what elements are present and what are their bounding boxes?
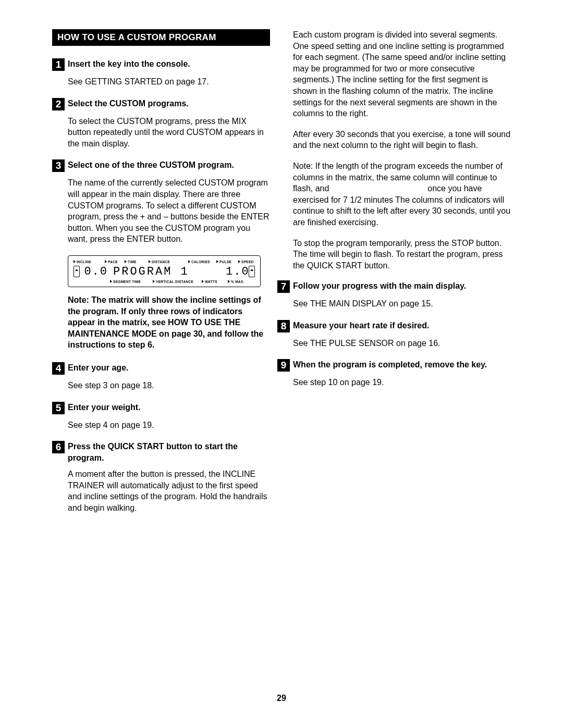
step-5-header: 5 Enter your weight. [52, 402, 270, 414]
step-6-continuation: Each custom program is divided into seve… [293, 29, 511, 271]
label-calories: CALORIES [188, 260, 216, 264]
step-number: 1 [52, 58, 65, 71]
label-segment-time: SEGMENT TIME [110, 280, 153, 283]
paragraph: To stop the program temporarily, press t… [293, 238, 511, 272]
right-column: Each custom program is divided into seve… [293, 29, 511, 524]
label-vertical-distance: VERTICAL DISTANCE [153, 280, 202, 283]
manual-page: HOW TO USE A CUSTOM PROGRAM 1 Insert the… [0, 0, 563, 728]
step-9-header: 9 When the program is completed, remove … [277, 359, 511, 372]
step-number: 5 [52, 402, 65, 414]
step-number: 7 [277, 280, 290, 293]
step-number: 2 [52, 98, 65, 110]
console-display-diagram: INCLINE PACE TIME DISTANCE CALORIES PULS… [68, 255, 261, 287]
label-speed: SPEED [238, 260, 254, 264]
step-number: 9 [277, 359, 290, 372]
step-1-header: 1 Insert the key into the console. [52, 58, 270, 71]
label-time: TIME [125, 260, 149, 264]
step-2-header: 2 Select the CUSTOM programs. [52, 98, 270, 110]
step-7-body: See THE MAIN DISPLAY on page 15. [293, 298, 511, 310]
step-number: 6 [52, 441, 65, 453]
speed-up-icon [249, 266, 255, 277]
step-4-body: See step 3 on page 18. [68, 380, 270, 391]
step-text: To select the CUSTOM programs, press the… [68, 116, 270, 150]
step-text: See GETTING STARTED on page 17. [68, 76, 270, 88]
step-text: See THE PULSE SENSOR on page 16. [293, 338, 511, 349]
paragraph: Note: If the length of the program excee… [293, 161, 511, 228]
lcd-main-text: PROGRAM 1 [110, 265, 224, 278]
step-3-body: The name of the currently selected CUSTO… [68, 177, 270, 245]
display-lcd-row: 0.0 PROGRAM 1 1.0 [74, 265, 255, 278]
left-column: HOW TO USE A CUSTOM PROGRAM 1 Insert the… [52, 29, 270, 524]
step-8-header: 8 Measure your heart rate if desired. [277, 320, 511, 332]
step-title: Follow your progress with the main displ… [293, 280, 466, 292]
step-2-body: To select the CUSTOM programs, press the… [68, 116, 270, 150]
two-column-layout: HOW TO USE A CUSTOM PROGRAM 1 Insert the… [52, 29, 511, 524]
label-incline: INCLINE [74, 260, 105, 264]
step-number: 8 [277, 320, 290, 332]
label-pace: PACE [105, 260, 125, 264]
step-title: Press the QUICK START button to start th… [68, 441, 270, 463]
display-top-labels: INCLINE PACE TIME DISTANCE CALORIES PULS… [74, 260, 255, 264]
section-header: HOW TO USE A CUSTOM PROGRAM [52, 29, 270, 46]
step-title: Insert the key into the console. [68, 58, 190, 70]
label-distance: DISTANCE [149, 260, 188, 264]
lcd-incline-value: 0.0 [80, 265, 110, 278]
incline-up-icon [74, 266, 80, 277]
step-title: When the program is completed, remove th… [293, 359, 487, 371]
step-6-body: A moment after the button is pressed, th… [68, 468, 270, 513]
matrix-note: Note: The matrix will show the incline s… [68, 294, 270, 351]
step-title: Enter your age. [68, 362, 128, 374]
lcd-speed-value: 1.0 [224, 265, 249, 278]
step-text: See step 4 on page 19. [68, 419, 270, 431]
step-7-header: 7 Follow your progress with the main dis… [277, 280, 511, 293]
label-pulse: PULSE [216, 260, 238, 264]
step-title: Select the CUSTOM programs. [68, 98, 189, 109]
step-title: Enter your weight. [68, 402, 141, 413]
label-watts: WATTS [202, 280, 228, 283]
step-title: Select one of the three CUSTOM program. [68, 159, 234, 171]
step-9-body: See step 10 on page 19. [293, 377, 511, 388]
step-8-body: See THE PULSE SENSOR on page 16. [293, 338, 511, 349]
step-text: See step 3 on page 18. [68, 380, 270, 391]
step-3-header: 3 Select one of the three CUSTOM program… [52, 159, 270, 172]
step-text: The name of the currently selected CUSTO… [68, 177, 270, 245]
step-title: Measure your heart rate if desired. [293, 320, 429, 331]
step-5-body: See step 4 on page 19. [68, 419, 270, 431]
step-text: A moment after the button is pressed, th… [68, 468, 270, 513]
step-4-header: 4 Enter your age. [52, 362, 270, 375]
paragraph: Each custom program is divided into seve… [293, 29, 511, 119]
display-bottom-labels: SEGMENT TIME VERTICAL DISTANCE WATTS % M… [74, 280, 255, 283]
step-number: 4 [52, 362, 65, 375]
step-6-header: 6 Press the QUICK START button to start … [52, 441, 270, 463]
paragraph: After every 30 seconds that you exercise… [293, 129, 511, 151]
step-text: See step 10 on page 19. [293, 377, 511, 388]
label-percent-max: % MAX. [228, 280, 244, 283]
step-number: 3 [52, 159, 65, 172]
step-text: See THE MAIN DISPLAY on page 15. [293, 298, 511, 310]
step-1-body: See GETTING STARTED on page 17. [68, 76, 270, 88]
page-number: 29 [0, 694, 563, 703]
